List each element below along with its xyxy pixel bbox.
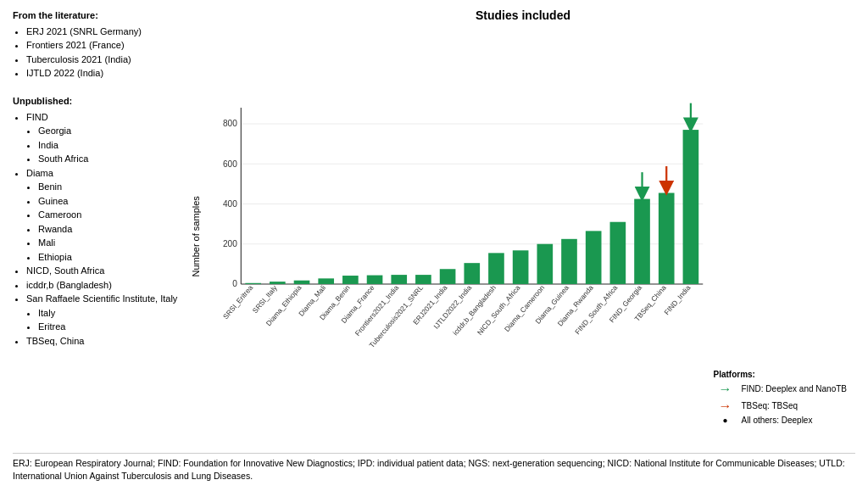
unpublished-sub-item: South Africa — [38, 152, 182, 166]
bar-label: FIND_South_Africa — [573, 283, 619, 336]
svg-text:0: 0 — [232, 279, 237, 288]
bar — [586, 231, 602, 284]
unpublished-title: Unpublished: — [13, 94, 182, 109]
right-panel: Studies included Number of samples 02004… — [191, 8, 855, 448]
bar — [415, 275, 431, 284]
literature-list: ERJ 2021 (SNRL Germany)Frontiers 2021 (F… — [13, 25, 182, 81]
unpublished-group: icddr,b (Bangladesh) — [26, 278, 182, 293]
bar — [367, 276, 383, 284]
unpublished-sub-item: Italy — [38, 306, 182, 321]
unpublished-list: FINDGeorgiaIndiaSouth AfricaDiamaBeninGu… — [13, 110, 182, 349]
literature-item: ERJ 2021 (SNRL Germany) — [26, 25, 182, 39]
bar-label: NICD_South_Africa — [476, 283, 522, 337]
svg-text:400: 400 — [223, 199, 237, 209]
unpublished-sub-item: India — [38, 138, 182, 153]
svg-text:200: 200 — [223, 239, 237, 248]
legend-items: →FIND: Deeplex and NanoTB→TBSeq: TBSeq●A… — [713, 382, 847, 425]
bar — [464, 263, 480, 284]
chart-title: Studies included — [191, 8, 855, 22]
bar — [391, 275, 407, 284]
unpublished-sub-item: Cameroon — [38, 208, 182, 222]
bar-label: icddr,b_Bangladesh — [451, 283, 498, 337]
bar — [513, 250, 529, 284]
y-axis-label: Number of samples — [191, 25, 208, 448]
unpublished-sub-item: Georgia — [38, 124, 182, 138]
bar-label: Frontiers2021_India — [353, 283, 401, 338]
bar — [318, 278, 334, 284]
unpublished-sub-item: Ethiopia — [38, 250, 182, 265]
bar — [440, 269, 456, 284]
unpublished-sub-item: Rwanda — [38, 222, 182, 237]
bar — [610, 222, 626, 284]
bar — [561, 239, 577, 284]
svg-text:600: 600 — [223, 159, 237, 169]
unpublished-group: FINDGeorgiaIndiaSouth Africa — [26, 110, 182, 166]
legend-box: Platforms: →FIND: Deeplex and NanoTB→TBS… — [704, 365, 855, 431]
unpublished-sub-item: Guinea — [38, 194, 182, 209]
unpublished-group: San Raffaele Scientific Institute, Italy… — [26, 292, 182, 334]
bar — [683, 130, 699, 284]
svg-text:800: 800 — [223, 119, 237, 128]
literature-item: IJTLD 2022 (India) — [26, 66, 182, 81]
legend-title: Platforms: — [713, 370, 847, 379]
unpublished-group: NICD, South Africa — [26, 264, 182, 278]
chart-inner: 0200400600800SRSI_EritreaSRSI_ItalyDiama… — [208, 25, 855, 448]
bar — [659, 192, 675, 283]
bar — [634, 199, 650, 284]
legend-item: →FIND: Deeplex and NanoTB — [713, 382, 847, 397]
unpublished-sub-item: Eritrea — [38, 320, 182, 334]
unpublished-sub-item: Benin — [38, 180, 182, 194]
bar-label: SRSI_Eritrea — [221, 283, 254, 321]
bar — [488, 253, 504, 284]
bar — [537, 244, 553, 284]
literature-item: Tuberculosis 2021 (India) — [26, 53, 182, 67]
legend-item: →TBSeq: TBSeq — [713, 399, 847, 414]
legend-item: ●All others: Deeplex — [713, 416, 847, 425]
from-literature-title: From the literature: — [13, 8, 182, 23]
literature-item: Frontiers 2021 (France) — [26, 38, 182, 53]
chart-area: Number of samples 0200400600800SRSI_Erit… — [191, 25, 855, 448]
unpublished-group: TBSeq, China — [26, 334, 182, 349]
unpublished-sub-item: Mali — [38, 236, 182, 250]
left-panel: From the literature: ERJ 2021 (SNRL Germ… — [13, 8, 191, 448]
unpublished-group: DiamaBeninGuineaCameroonRwandaMaliEthiop… — [26, 166, 182, 265]
bar — [342, 276, 359, 284]
footer-text: ERJ: European Respiratory Journal; FIND:… — [13, 453, 855, 483]
